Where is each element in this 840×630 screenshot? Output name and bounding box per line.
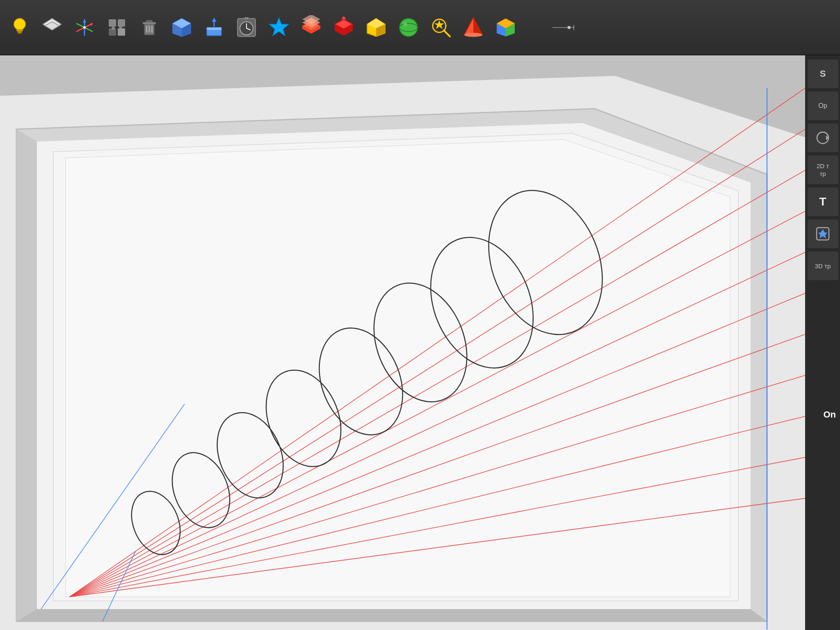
pyramid-button[interactable]: [458, 12, 488, 43]
svg-point-19: [119, 25, 122, 28]
svg-rect-23: [151, 26, 153, 32]
j-icon: [815, 226, 831, 242]
circle-button[interactable]: [393, 12, 424, 43]
svg-rect-65: [568, 26, 571, 29]
top-layer-button[interactable]: [328, 12, 359, 43]
delete-button[interactable]: [134, 12, 164, 43]
svg-rect-22: [148, 26, 150, 32]
svg-point-51: [399, 18, 418, 37]
svg-rect-31: [207, 27, 221, 30]
multicolor-button[interactable]: [490, 12, 521, 43]
components-button[interactable]: [101, 12, 132, 43]
stack-layers-button[interactable]: [296, 12, 326, 43]
slider-button[interactable]: [523, 12, 605, 43]
svg-point-59: [464, 33, 482, 37]
svg-rect-14: [109, 19, 116, 27]
svg-marker-56: [434, 20, 444, 29]
lightbulb-button[interactable]: [4, 12, 35, 43]
axes-button[interactable]: [69, 12, 100, 43]
toolbar: [0, 0, 840, 55]
solid-button[interactable]: [361, 12, 391, 43]
pushpull-button[interactable]: [199, 12, 229, 43]
op-label: Op: [818, 102, 827, 110]
svg-marker-78: [16, 609, 767, 621]
rotate3d-icon: [815, 130, 831, 146]
svg-line-55: [444, 30, 450, 37]
3dbox-button[interactable]: [166, 12, 197, 43]
svg-point-18: [112, 27, 115, 30]
svg-marker-47: [341, 16, 346, 19]
svg-marker-39: [269, 18, 289, 36]
svg-point-0: [14, 18, 25, 30]
2d-label: 2D ттр: [817, 162, 829, 178]
svg-rect-38: [244, 17, 249, 19]
svg-point-53: [403, 22, 407, 26]
s-panel-item[interactable]: S: [808, 59, 838, 88]
svg-rect-1: [16, 29, 23, 31]
svg-marker-33: [212, 18, 217, 22]
j-panel-item[interactable]: [808, 219, 838, 248]
right-panel: S Op 2D ттр T 3D тр: [805, 55, 840, 630]
viewport[interactable]: [0, 55, 805, 630]
op-panel-item[interactable]: Op: [808, 91, 838, 120]
2d-panel-item[interactable]: 2D ттр: [808, 155, 838, 184]
timer-button[interactable]: [231, 12, 262, 43]
layers-button[interactable]: [37, 12, 67, 43]
svg-rect-21: [146, 26, 147, 32]
s-icon: S: [820, 68, 826, 79]
3d-panel-item[interactable]: 3D тр: [808, 251, 838, 280]
search-button[interactable]: [425, 12, 456, 43]
svg-marker-70: [818, 229, 827, 238]
3d-label: 3D тр: [815, 262, 831, 269]
t-panel-item[interactable]: T: [808, 187, 838, 216]
svg-marker-12: [83, 19, 86, 23]
svg-point-11: [83, 26, 86, 29]
rotate3d-panel-item[interactable]: [808, 123, 838, 152]
svg-rect-3: [18, 33, 21, 34]
favorites-button[interactable]: [263, 12, 294, 43]
svg-marker-77: [16, 129, 37, 621]
svg-rect-2: [17, 31, 22, 33]
on-label: On: [821, 409, 838, 421]
svg-rect-25: [146, 20, 153, 23]
svg-rect-17: [118, 28, 125, 36]
t-label: T: [819, 195, 826, 208]
